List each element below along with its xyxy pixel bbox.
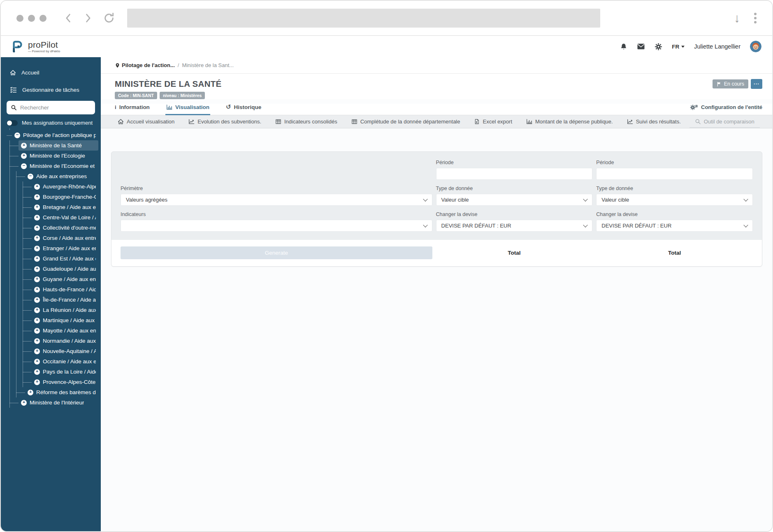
subtab[interactable]: Excel export	[467, 115, 519, 128]
tree-item[interactable]: + Réforme des barèmes d'i...	[1, 387, 101, 397]
expand-icon[interactable]: +	[34, 287, 40, 293]
window-controls[interactable]	[16, 15, 46, 22]
address-bar[interactable]	[127, 9, 600, 28]
tree-item[interactable]: + Guadeloupe / Aide aux...	[1, 264, 101, 274]
sidebar-nav-item[interactable]: Gestionnaire de tâches	[1, 81, 101, 98]
settings-gear-icon[interactable]	[655, 43, 662, 51]
type-donnee-select-1[interactable]: Valeur cible	[436, 194, 593, 206]
avatar[interactable]	[750, 41, 761, 52]
browser-refresh-button[interactable]	[103, 12, 115, 24]
expand-icon[interactable]: +	[28, 390, 33, 395]
devise-select-1[interactable]: DEVISE PAR DÉFAUT : EUR	[436, 220, 593, 232]
collapse-icon[interactable]: −	[14, 132, 20, 138]
tree-item[interactable]: + Grand Est / Aide aux en...	[1, 253, 101, 264]
devise-select-2[interactable]: DEVISE PAR DÉFAUT : EUR	[596, 220, 753, 232]
tab-historique[interactable]: ↺ Historique	[226, 104, 261, 115]
sidebar-nav-item[interactable]: Accueil	[1, 64, 101, 81]
expand-icon[interactable]: +	[34, 215, 40, 221]
expand-icon[interactable]: +	[21, 143, 27, 149]
tree-item[interactable]: + Pays de la Loire / Aide ...	[1, 367, 101, 377]
tree-item[interactable]: + Etranger / Aide aux ent...	[1, 243, 101, 253]
expand-icon[interactable]: +	[34, 328, 40, 334]
collapse-icon[interactable]: −	[28, 174, 33, 179]
tab-visualisation[interactable]: Visualisation	[166, 104, 209, 115]
subtab[interactable]: Suivi des résultats.	[620, 115, 688, 128]
expand-icon[interactable]: +	[34, 194, 40, 200]
tree-item[interactable]: + Ministère de la Santé	[1, 140, 101, 151]
entity-config-link[interactable]: Configuration de l'entité	[690, 104, 762, 115]
tab-information[interactable]: i Information	[115, 104, 150, 115]
indicateurs-select[interactable]	[121, 220, 432, 232]
tree-item[interactable]: + Bourgogne-Franche-C...	[1, 192, 101, 202]
tree-item[interactable]: + Bretagne / Aide aux en...	[1, 202, 101, 212]
expand-icon[interactable]: +	[21, 153, 27, 159]
toggle-switch[interactable]	[7, 120, 18, 126]
expand-icon[interactable]: +	[34, 204, 40, 210]
tree-item[interactable]: + Nouvelle-Aquitaine / Ai...	[1, 346, 101, 356]
expand-icon[interactable]: +	[34, 369, 40, 375]
generate-button[interactable]: Generate	[121, 246, 432, 259]
expand-icon[interactable]: +	[34, 359, 40, 365]
browser-back-button[interactable]	[64, 13, 73, 23]
perimetre-select[interactable]: Valeurs agrégées	[121, 194, 432, 206]
expand-icon[interactable]: +	[34, 225, 40, 231]
tree-item[interactable]: − Aide aux entreprises	[1, 171, 101, 181]
download-icon[interactable]: ↓	[734, 12, 740, 24]
expand-icon[interactable]: +	[34, 246, 40, 251]
expand-icon[interactable]: +	[34, 348, 40, 354]
expand-icon[interactable]: +	[34, 338, 40, 344]
tree-item[interactable]: + La Réunion / Aide aux ...	[1, 305, 101, 315]
window-control-dot[interactable]	[39, 15, 46, 22]
tree-item[interactable]: + Guyane / Aide aux entr...	[1, 274, 101, 284]
subtab[interactable]: Indicateurs consolidés	[268, 115, 344, 128]
type-donnee-select-2[interactable]: Valeur cible	[596, 194, 753, 206]
assignments-toggle[interactable]: Mes assignations uniquement	[7, 120, 95, 126]
subtab[interactable]: Montant de la dépense publique.	[519, 115, 620, 128]
tree-item[interactable]: − Ministère de l'Economie et d...	[1, 161, 101, 171]
expand-icon[interactable]: +	[34, 235, 40, 241]
collapse-icon[interactable]: −	[21, 163, 27, 169]
status-button[interactable]: En cours	[713, 79, 748, 88]
periode-input-2[interactable]	[596, 168, 753, 180]
notifications-bell-icon[interactable]	[620, 43, 627, 51]
tree-item[interactable]: + Auvergne-Rhône-Alpes...	[1, 181, 101, 192]
tree-item[interactable]: + Provence-Alpes-Côte d...	[1, 377, 101, 387]
tree-item[interactable]: + Occitanie / Aide aux en...	[1, 356, 101, 367]
expand-icon[interactable]: +	[21, 400, 27, 406]
tree-item[interactable]: + Ministère de l'Intérieur	[1, 397, 101, 408]
tree-connector	[27, 305, 32, 315]
tree-item[interactable]: + Normandie / Aide aux ...	[1, 336, 101, 346]
subtab[interactable]: Complétude de la donnée départementale	[344, 115, 467, 128]
expand-icon[interactable]: +	[34, 266, 40, 272]
tree-item[interactable]: − Pilotage de l'action publique pa...	[1, 130, 101, 140]
more-actions-button[interactable]: ...	[751, 79, 762, 89]
tree-item[interactable]: + Corse / Aide aux entre...	[1, 233, 101, 243]
expand-icon[interactable]: +	[34, 276, 40, 282]
periode-input-1[interactable]	[436, 168, 593, 180]
tree-connector	[27, 202, 32, 212]
messages-envelope-icon[interactable]	[637, 43, 645, 50]
user-name[interactable]: Juliette Langellier	[694, 43, 741, 50]
window-control-dot[interactable]	[28, 15, 35, 22]
expand-icon[interactable]: +	[34, 318, 40, 323]
browser-forward-button[interactable]	[84, 13, 93, 23]
breadcrumb-root[interactable]: Pilotage de l'action...	[115, 62, 175, 68]
expand-icon[interactable]: +	[34, 184, 40, 190]
tree-item[interactable]: + Ministère de l'Ecologie	[1, 151, 101, 161]
tree-item[interactable]: + Centre-Val de Loire / Ai...	[1, 212, 101, 223]
subtab[interactable]: Accueil visualisation	[111, 115, 181, 128]
tree-item[interactable]: + Collectivité d'outre-me...	[1, 223, 101, 233]
window-control-dot[interactable]	[16, 15, 23, 22]
tree-item[interactable]: + Île-de-France / Aide au...	[1, 295, 101, 305]
tree-item[interactable]: + Mayotte / Aide aux ent...	[1, 325, 101, 336]
subtab[interactable]: Evolution des subventions.	[181, 115, 268, 128]
browser-menu-icon[interactable]	[754, 13, 757, 23]
tree-item[interactable]: + Hauts-de-France / Aide...	[1, 284, 101, 295]
tree-item[interactable]: + Martinique / Aide aux e...	[1, 315, 101, 325]
expand-icon[interactable]: +	[34, 256, 40, 262]
language-selector[interactable]: FR	[672, 44, 685, 50]
search-input[interactable]	[7, 101, 95, 114]
expand-icon[interactable]: +	[34, 379, 40, 385]
expand-icon[interactable]: +	[34, 307, 40, 313]
expand-icon[interactable]: +	[34, 297, 40, 303]
